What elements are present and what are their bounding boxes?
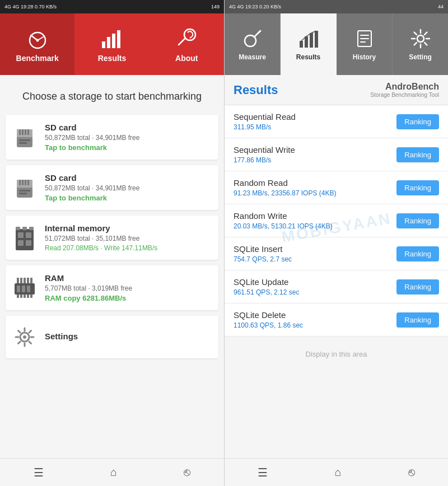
svg-rect-37 (27, 286, 30, 292)
right-status-left: 4G 4G 19:23 0.20 KB/s (229, 4, 281, 10)
androbench-logo: AndroBench Storage Benchmarking Tool (370, 82, 439, 98)
ram-action: RAM copy 6281.86MB/s (45, 294, 211, 302)
right-back-btn[interactable]: ⎋ (397, 461, 426, 483)
svg-rect-17 (19, 142, 27, 144)
nav-history[interactable]: History (337, 13, 393, 75)
ranking-btn-1[interactable]: Ranking (396, 147, 439, 162)
result-row-1: Sequential Write 177.86 MB/s Ranking (225, 138, 448, 171)
ranking-btn-3[interactable]: Ranking (396, 213, 439, 228)
ranking-btn-0[interactable]: Ranking (396, 114, 439, 129)
nav-benchmark[interactable]: Benchmark (0, 13, 74, 75)
nav-measure[interactable]: Measure (225, 13, 281, 75)
storage-item-sd1[interactable]: SD card 50,872MB total · 34,901MB free T… (6, 115, 218, 160)
svg-rect-6 (112, 34, 115, 48)
svg-rect-24 (19, 190, 30, 191)
sd-card-icon-2 (11, 174, 38, 201)
right-status-bar: 4G 4G 19:23 0.20 KB/s 44 (225, 0, 448, 13)
left-content: Choose a storage to start benchmarking (0, 75, 224, 458)
result-row-0: Sequential Read 311.95 MB/s Ranking (225, 105, 448, 138)
ranking-btn-5[interactable]: Ranking (396, 279, 439, 295)
svg-rect-30 (26, 240, 31, 246)
sd-card-name-2: SD card (45, 173, 211, 183)
svg-line-75 (424, 43, 427, 45)
left-panel: 4G 4G 19:28 0.70 KB/s 149 Benchmark (0, 0, 224, 486)
brand-name: AndroBench (370, 82, 439, 92)
svg-rect-20 (19, 180, 21, 185)
right-panel: 4G 4G 19:23 0.20 KB/s 44 Measure (224, 0, 448, 486)
storage-item-settings[interactable]: Settings (6, 316, 218, 358)
left-back-btn[interactable]: ⎋ (172, 461, 202, 483)
settings-label: Settings (45, 331, 211, 341)
svg-line-9 (179, 38, 185, 45)
left-nav: Benchmark Results (0, 13, 224, 75)
nav-results-right[interactable]: Results (281, 13, 337, 75)
ram-details: 5,707MB total · 3,019MB free (45, 284, 211, 292)
right-nav: Measure Results (225, 13, 448, 75)
history-icon (353, 27, 376, 50)
result-value-1: 177.86 MB/s (234, 156, 396, 164)
svg-rect-43 (17, 278, 19, 283)
svg-rect-42 (30, 295, 32, 298)
sd-card-info-1: SD card 50,872MB total · 34,901MB free T… (45, 123, 211, 152)
result-value-5: 961.51 QPS, 2.12 sec (234, 288, 396, 296)
ranking-btn-4[interactable]: Ranking (396, 246, 439, 261)
svg-rect-28 (26, 232, 31, 238)
history-label: History (353, 53, 376, 61)
internal-name: Internal memory (45, 223, 211, 233)
choose-title: Choose a storage to start benchmarking (6, 90, 218, 104)
result-value-6: 1100.63 QPS, 1.86 sec (234, 321, 396, 329)
results-icon-left (100, 26, 124, 50)
nav-results-left[interactable]: Results (74, 13, 149, 75)
svg-rect-7 (117, 30, 120, 48)
svg-rect-46 (27, 278, 29, 283)
svg-line-60 (258, 31, 260, 33)
sd-card-info-2: SD card 50,872MB total · 34,901MB free T… (45, 173, 211, 202)
svg-rect-13 (22, 129, 24, 135)
svg-line-55 (29, 342, 31, 344)
storage-item-ram[interactable]: RAM 5,707MB total · 3,019MB free RAM cop… (6, 265, 218, 310)
svg-rect-32 (22, 227, 27, 230)
storage-item-sd2[interactable]: SD card 50,872MB total · 34,901MB free T… (6, 165, 218, 210)
svg-rect-14 (25, 129, 26, 135)
ram-name: RAM (45, 273, 211, 283)
storage-item-internal[interactable]: Internal memory 51,072MB total · 35,101M… (6, 216, 218, 260)
result-row-5: SQLite Update 961.51 QPS, 2.12 sec Ranki… (225, 270, 448, 303)
result-value-3: 20.03 MB/s, 5130.21 IOPS (4KB) (234, 222, 396, 230)
ad-area: Display in this area (225, 341, 448, 367)
right-bottom-nav: ☰ ⌂ ⎋ (225, 458, 448, 486)
sd-card-details-2: 50,872MB total · 34,901MB free (45, 184, 211, 192)
svg-line-54 (18, 331, 21, 333)
internal-memory-icon (11, 225, 38, 251)
result-row-2: Random Read 91.23 MB/s, 23356.87 IOPS (4… (225, 171, 448, 204)
right-menu-btn[interactable]: ☰ (246, 461, 279, 484)
benchmark-icon (25, 26, 50, 50)
nav-about[interactable]: About (150, 13, 224, 75)
svg-rect-38 (17, 295, 19, 298)
svg-rect-21 (22, 180, 24, 185)
right-home-btn[interactable]: ⌂ (323, 461, 352, 483)
left-home-btn[interactable]: ⌂ (99, 461, 128, 483)
left-bottom-nav: ☰ ⌂ ⎋ (0, 458, 224, 486)
svg-rect-61 (300, 41, 303, 48)
nav-setting[interactable]: Setting (393, 13, 448, 75)
right-status-right: 44 (438, 4, 444, 10)
left-menu-btn[interactable]: ☰ (22, 461, 55, 484)
internal-action: Read 207.08MB/s · Write 147.11MB/s (45, 244, 211, 252)
result-name-4: SQLite Insert (234, 244, 396, 254)
measure-label: Measure (239, 53, 266, 61)
ranking-btn-2[interactable]: Ranking (396, 180, 439, 195)
svg-rect-40 (24, 295, 26, 298)
sd-card-action-1: Tap to benchmark (45, 143, 211, 152)
about-label: About (175, 54, 198, 63)
svg-rect-63 (310, 33, 313, 48)
svg-rect-41 (27, 295, 29, 298)
left-status-left: 4G 4G 19:28 0.70 KB/s (4, 4, 57, 10)
svg-rect-27 (18, 232, 24, 238)
svg-rect-64 (315, 31, 318, 48)
svg-line-56 (29, 331, 31, 333)
svg-rect-15 (27, 129, 29, 135)
result-name-6: SQLite Delete (234, 310, 396, 320)
svg-rect-35 (17, 286, 20, 292)
ranking-btn-6[interactable]: Ranking (396, 312, 439, 328)
setting-label: Setting (409, 53, 432, 61)
